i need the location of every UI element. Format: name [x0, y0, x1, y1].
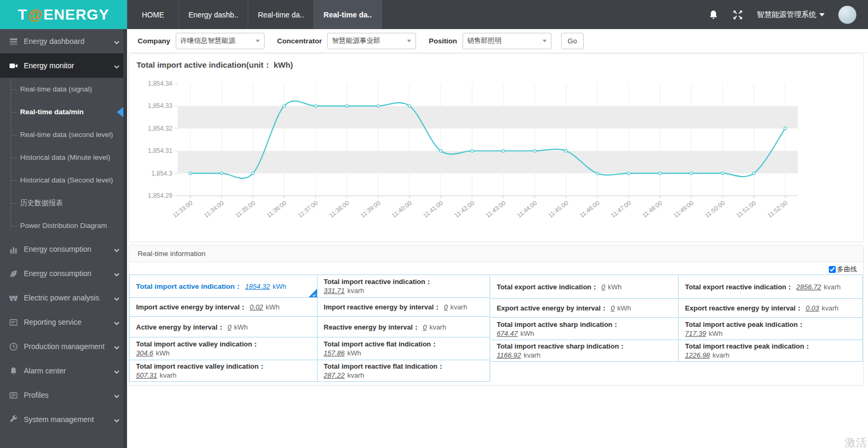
table-cell: Export active energy by interval：0kWh: [490, 298, 679, 318]
nav-tab-2[interactable]: Real-time da..: [248, 0, 314, 29]
data-point-marker: [502, 150, 505, 152]
multi-curve-checkbox[interactable]: [829, 266, 836, 273]
x-axis-tick-label: 11:48:00: [641, 199, 663, 218]
x-axis-tick-label: 11:46:00: [578, 199, 601, 218]
system-title-dropdown[interactable]: 智慧能源管理系统: [757, 10, 825, 20]
main-content: Company 许继信息智慧能源 Concentrator 智慧能源事业部 Po…: [127, 29, 868, 448]
cell-label: Total import active valley indication：: [136, 340, 259, 348]
sidebar-item-8[interactable]: Profiles: [0, 383, 127, 407]
sidebar-subitem-3[interactable]: Historical data (Minute level): [0, 146, 127, 169]
x-axis-tick-label: 11:39:00: [359, 199, 382, 218]
cell-value: 717.39: [685, 330, 706, 337]
chevron-down-icon: [114, 39, 120, 44]
cell-unit: kvarh: [523, 351, 540, 359]
cell-unit: kWh: [234, 323, 248, 331]
table-cell-text: Total import active valley indication：30…: [136, 340, 311, 358]
table-column-0: Total import active indication：1854.32kW…: [130, 275, 318, 382]
x-axis-tick-label: 11:42:00: [453, 199, 475, 218]
sidebar-item-0[interactable]: Energy dashboard: [0, 29, 127, 53]
sidebar-item-5[interactable]: Reporting service: [0, 310, 127, 334]
cell-value-group: 1166.92kvarh: [496, 351, 672, 360]
sidebar-menu: Energy dashboardEnergy monitorReal-time …: [0, 29, 127, 432]
concentrator-label: Concentrator: [277, 37, 322, 45]
cell-unit: kvarh: [160, 371, 177, 379]
cell-unit: kvarh: [712, 351, 729, 359]
x-axis-tick-label: 11:34:00: [203, 199, 225, 218]
fullscreen-icon[interactable]: [733, 10, 743, 20]
user-avatar[interactable]: [838, 6, 856, 24]
chevron-down-icon: [114, 295, 120, 301]
x-axis-tick-label: 11:41:00: [422, 199, 444, 218]
table-cell-text: Export reactive energy by interval：0.03k…: [685, 304, 856, 313]
cell-unit: kvarh: [429, 323, 446, 331]
system-title-label: 智慧能源管理系统: [757, 10, 816, 20]
sidebar-item-4[interactable]: ₩Electric power analysis: [0, 286, 127, 310]
company-select[interactable]: 许继信息智慧能源: [176, 33, 265, 49]
sidebar-item-2[interactable]: Energy consumption: [0, 237, 127, 261]
sidebar-subitem-label: Real-time data (signal): [20, 85, 92, 93]
sidebar-item-1[interactable]: Energy monitor: [0, 53, 127, 78]
concentrator-select[interactable]: 智慧能源事业部: [327, 33, 416, 49]
nav-tab-0[interactable]: HOME: [127, 0, 179, 29]
data-point-marker: [784, 127, 786, 130]
bell-icon[interactable]: [708, 10, 719, 20]
cell-value: 0: [601, 283, 605, 291]
sidebar-item-9[interactable]: System management: [0, 407, 127, 432]
data-point-marker: [189, 172, 192, 175]
chevron-down-icon: [114, 417, 120, 423]
y-axis-tick-label: 1,854.32: [148, 125, 173, 132]
cell-unit: kWh: [266, 303, 279, 311]
sidebar-item-7[interactable]: Alarm center: [0, 359, 127, 383]
cell-unit: kWh: [709, 330, 722, 337]
data-point-marker: [658, 172, 661, 175]
go-button[interactable]: Go: [561, 33, 584, 49]
table-cell: Import reactive energy by interval：0kvar…: [317, 297, 491, 317]
company-select-value: 许继信息智慧能源: [180, 36, 256, 45]
chart-title: Total import active indication(unit： kWh…: [130, 59, 862, 70]
sidebar-subitem-2[interactable]: Real-time data (second level): [0, 123, 127, 146]
position-select[interactable]: 销售部照明: [463, 33, 551, 49]
camera-icon: [9, 61, 18, 70]
sidebar-scrollbar[interactable]: [123, 29, 127, 448]
cell-unit: kvarh: [347, 287, 364, 295]
sidebar-subitem-0[interactable]: Real-time data (signal): [0, 78, 127, 100]
sidebar-item-3[interactable]: Energy consumption: [0, 261, 127, 286]
table-cell: Total export reactive indication：2856.72…: [678, 275, 863, 299]
table-column-2: Total export active indication：0kWhExpor…: [490, 275, 679, 362]
top-nav-tabs: HOMEEnergy dashb..Real-time da..Real-tim…: [127, 0, 382, 29]
nav-tab-1[interactable]: Energy dashb..: [179, 0, 248, 29]
table-cell-text: Reactive energy by interval：0kvarh: [324, 323, 484, 332]
chevron-down-icon: [114, 392, 120, 398]
cell-value-group: 304.6kWh: [136, 349, 311, 358]
cell-value: 1166.92: [496, 351, 521, 359]
panel-title: Real-time information: [138, 250, 205, 258]
concentrator-select-value: 智慧能源事业部: [332, 36, 407, 45]
cell-value-group: 717.39kWh: [685, 329, 856, 338]
data-point-marker: [408, 105, 411, 107]
sidebar-subitem-5[interactable]: 历史数据报表: [0, 191, 127, 214]
dashboard-icon: [9, 37, 18, 46]
cell-label: Export reactive energy by interval：: [685, 304, 802, 312]
table-cell-text: Total import reactive valley indication：…: [136, 362, 311, 380]
x-axis-tick-label: 11:49:00: [672, 199, 694, 218]
cell-value-group: 287.22kvarh: [324, 371, 484, 380]
nav-tab-3[interactable]: Real-time da..: [314, 0, 382, 29]
table-cell-text: Active energy by interval：0kWh: [136, 323, 311, 332]
sidebar-subitem-4[interactable]: Historical data (Second level): [0, 169, 127, 191]
sidebar-subitem-1[interactable]: Real-time data/min: [0, 100, 127, 123]
multi-curve-label: 多曲线: [837, 265, 857, 274]
sidebar-item-label: System management: [24, 415, 114, 424]
cell-value: 0: [423, 323, 427, 331]
active-item-arrow-icon: [117, 107, 123, 117]
sidebar-item-6[interactable]: Production management: [0, 334, 127, 359]
wrench-icon: [9, 415, 18, 424]
cell-label: Total import reactive indication：: [324, 278, 432, 286]
sidebar-subitem-6[interactable]: Power Distribution Diagram: [0, 214, 127, 237]
cell-value-group: 0kWh: [228, 323, 248, 331]
cell-value: 0: [611, 304, 614, 312]
x-axis-tick-label: 11:44:00: [516, 199, 538, 218]
line-chart: 1,854.341,854.331,854.321,854.311,854.31…: [130, 70, 862, 236]
sidebar-item-label: Energy consumption: [24, 245, 114, 253]
table-cell-text: Total import active flat indication：157.…: [324, 340, 484, 358]
data-point-marker: [283, 105, 285, 107]
